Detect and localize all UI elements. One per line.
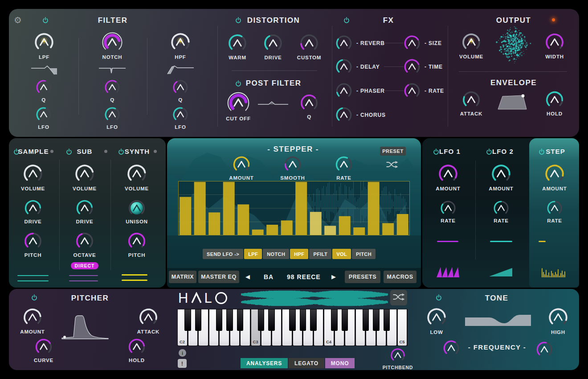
black-key-C#2[interactable] — [184, 309, 191, 331]
black-key-C#3[interactable] — [258, 309, 264, 331]
pitcher-attack-knob[interactable]: ATTACK — [138, 307, 159, 328]
knob-label: HIGH — [551, 330, 565, 335]
shuffle-glyph — [392, 292, 405, 301]
black-key-F#3[interactable] — [289, 309, 295, 331]
knob-label: PITCHBEND — [383, 365, 413, 370]
knob-label: AMOUNT — [20, 329, 45, 334]
knob-dial — [127, 337, 147, 357]
pitcher-power-icon[interactable] — [31, 294, 37, 301]
black-key-D#2[interactable] — [195, 309, 201, 331]
black-key-C#4[interactable] — [331, 309, 337, 331]
black-key-G#4[interactable] — [373, 309, 379, 331]
tone-high-frequency-knob[interactable] — [535, 340, 554, 359]
black-key-A#2[interactable] — [237, 309, 243, 331]
bottom-panel-content: PITCHER AMOUNT ATTACK CURVE HOLD HL C2C3… — [0, 0, 588, 379]
tone-title: TONE — [485, 294, 509, 303]
key-label-C4: C4 — [326, 339, 331, 344]
shuffle-icon — [392, 292, 405, 303]
knob-dial — [22, 307, 43, 328]
power-glyph — [436, 294, 442, 301]
knob-label: ATTACK — [137, 329, 159, 334]
pitcher-envelope-shape — [60, 312, 111, 341]
black-key-D#4[interactable] — [342, 309, 348, 331]
tone-low-knob[interactable]: LOW — [425, 306, 448, 329]
power-glyph — [31, 294, 37, 301]
knob-dial — [535, 340, 554, 359]
tone-high-knob[interactable]: HIGH — [547, 306, 569, 329]
logo-letter: H — [178, 291, 189, 305]
mono-button[interactable]: MONO — [325, 358, 355, 368]
black-key-F#2[interactable] — [216, 309, 222, 331]
tone-curve-shape — [464, 314, 532, 327]
knob-label: LOW — [430, 330, 443, 335]
knob-dial — [389, 347, 406, 364]
mode-buttons: ANALYSERSLEGATOMONO — [241, 358, 355, 368]
halo-logo: HL — [178, 290, 227, 305]
pitcher-amount-knob[interactable]: AMOUNT — [22, 307, 43, 328]
tone-low-frequency-knob[interactable] — [442, 339, 461, 358]
knob-dial — [34, 337, 53, 357]
info-icon[interactable]: i — [179, 349, 186, 357]
pitcher-title: PITCHER — [71, 294, 109, 303]
waveform-canvas — [241, 290, 388, 307]
knob-dial — [442, 339, 461, 358]
pitcher-hold-knob[interactable]: HOLD — [127, 337, 147, 357]
black-key-D#3[interactable] — [268, 309, 274, 331]
black-key-A#3[interactable] — [310, 309, 316, 331]
black-key-A#4[interactable] — [384, 309, 390, 331]
black-key-G#3[interactable] — [300, 309, 306, 331]
logo-letter: L — [204, 291, 212, 305]
tone-power-icon[interactable] — [436, 294, 442, 301]
frequency-label: - FREQUENCY - — [468, 343, 526, 351]
legato-button[interactable]: LEGATO — [289, 358, 324, 368]
key-label-C5: C5 — [400, 339, 405, 344]
black-key-G#2[interactable] — [226, 309, 233, 331]
sample-waveform-display — [241, 290, 388, 309]
sample-randomize-button[interactable] — [390, 290, 407, 305]
warning-icon[interactable]: ! — [178, 359, 187, 368]
halo-plugin-window: ⚙ FILTER LPF Q LFO NOTCH Q LFO HPF Q LFO… — [0, 0, 588, 379]
black-key-F#4[interactable] — [363, 309, 369, 331]
knob-label: CURVE — [34, 358, 53, 363]
knob-dial — [138, 307, 159, 328]
keyboard: C2C3C4C5 — [177, 309, 408, 346]
pitcher-curve-knob[interactable]: CURVE — [34, 337, 53, 357]
analysers-button[interactable]: ANALYSERS — [241, 358, 288, 368]
white-key-C5[interactable]: C5 — [397, 309, 408, 346]
logo-caret-glyph — [191, 292, 202, 304]
key-label-C2: C2 — [180, 339, 185, 344]
key-label-C3: C3 — [253, 339, 258, 344]
knob-dial — [547, 306, 569, 329]
knob-label: HOLD — [129, 358, 145, 363]
pitchbend-knob[interactable]: PITCHBEND — [389, 347, 406, 364]
knob-dial — [425, 306, 448, 329]
logo-ring-glyph — [215, 292, 227, 304]
